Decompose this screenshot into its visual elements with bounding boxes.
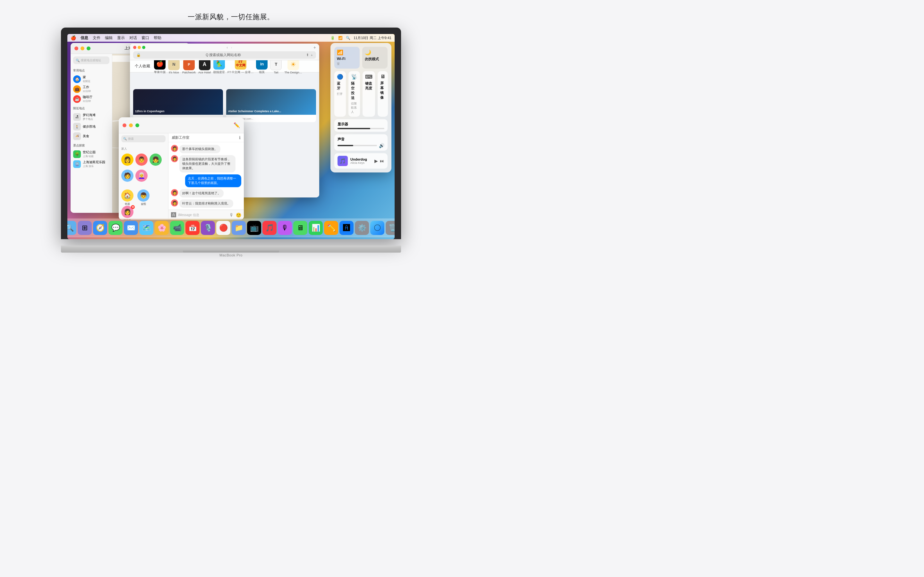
dock-pencil[interactable]: ✏️ xyxy=(324,221,338,235)
cc-now-playing[interactable]: 🎵 Underdog Alicia Keys ▶ ⏭ xyxy=(334,153,388,169)
minimize-button[interactable] xyxy=(81,47,84,50)
dock-syspref[interactable]: ⚙️ xyxy=(355,221,369,235)
menu-window[interactable]: 窗口 xyxy=(142,35,149,41)
dock-calendar[interactable]: 📅 xyxy=(186,221,200,235)
moon-icon: 🌙 xyxy=(365,49,385,55)
maps-favorite-cafe[interactable]: ☕ 咖啡厅 22分钟 xyxy=(73,94,110,104)
chat-emoji-icon[interactable]: 🙂 xyxy=(236,213,241,218)
dock: 🔍 ⊞ 🧭 💬 ✉️ 🗺️ 🌸 📹 📅 🎙️ 🔴 📁 📺 🎵 🎙 🖥 xyxy=(67,219,395,237)
contact-avatar-1[interactable]: 👩 xyxy=(121,153,134,166)
safari-share-icon[interactable]: ⬆ xyxy=(306,53,309,57)
dock-appstore[interactable]: 🅰 xyxy=(339,221,354,235)
dock-messages[interactable]: 💬 xyxy=(108,221,123,235)
dock-photos[interactable]: 🌸 xyxy=(155,221,169,235)
cc-ap-sub: 仅限联系人 xyxy=(351,102,357,114)
dock-files[interactable]: 📁 xyxy=(232,221,246,235)
menu-edit[interactable]: 编辑 xyxy=(105,35,113,41)
cc-display-slider[interactable]: 显示器 xyxy=(334,119,388,132)
safari-back[interactable]: ‹ xyxy=(227,46,228,49)
dock-trash[interactable]: 🗑️ xyxy=(386,221,395,235)
chat-audio-icon[interactable]: 🎙 xyxy=(229,213,234,218)
compose-icon[interactable]: ✏️ xyxy=(234,122,240,128)
dock-screens[interactable]: 🖥 xyxy=(293,221,307,235)
maps-recent-2[interactable]: 🚶 健步胜地 xyxy=(73,122,110,131)
bookmark-tait[interactable]: T Tait xyxy=(270,60,282,74)
bookmark-acehotel[interactable]: A Ace Hotel xyxy=(198,60,211,74)
menu-view[interactable]: 显示 xyxy=(117,35,125,41)
macbook-bezel: 🍎 信息 文件 编辑 显示 对话 窗口 帮助 🔋 📶 🔍 11月10日 周二 上… xyxy=(61,27,401,239)
dock-maps[interactable]: 🗺️ xyxy=(139,221,153,235)
maps-recent-1[interactable]: 🏖 梦幻海滩 梦个地点 xyxy=(73,112,110,122)
chat-input-field[interactable]: iMessage 信息 xyxy=(178,213,228,218)
keyboard-icon: ⌨ xyxy=(365,74,373,80)
menu-file[interactable]: 文件 xyxy=(93,35,100,41)
cc-sound-slider[interactable]: 声音 🔊 xyxy=(334,134,388,151)
dock-siri[interactable]: 〇 xyxy=(370,221,384,235)
menu-conversation[interactable]: 对话 xyxy=(129,35,137,41)
contact-item-qiyan[interactable]: 👩 ❤ 蕲岩青 xyxy=(121,206,134,220)
contact-item-jinhui[interactable]: 👦 金熙 xyxy=(137,189,150,206)
safari-minimize[interactable] xyxy=(137,46,141,49)
msg-close[interactable] xyxy=(123,123,126,127)
menu-messages[interactable]: 信息 xyxy=(81,35,88,41)
cc-dnd-tile[interactable]: 🌙 勿扰模式 xyxy=(362,47,388,69)
cc-wifi-tile[interactable]: 📶 Wi-Fi 室 xyxy=(334,47,360,69)
cc-bluetooth-tile[interactable]: 🔵 蓝牙 打开 xyxy=(334,71,346,117)
maps-favorite-home[interactable]: 🏠 家 在附近 xyxy=(73,74,110,84)
bookmark-linkedin[interactable]: in 领英 xyxy=(256,60,268,74)
bookmark-design-files[interactable]: ☀ The Design… xyxy=(284,60,302,74)
msg-minimize[interactable] xyxy=(129,123,133,127)
chat-info-icon[interactable]: ℹ xyxy=(239,135,241,140)
maps-explore-2[interactable]: 🎡 上海迪斯尼乐园 上海 游乐 xyxy=(73,159,110,169)
msg-maximize[interactable] xyxy=(136,123,139,127)
dock-music[interactable]: 🎵 xyxy=(262,221,276,235)
menubar-datetime: 11月10日 周二 上午9:41 xyxy=(354,35,391,40)
macbook-stand xyxy=(61,245,401,253)
dock-podcast[interactable]: 🎙️ xyxy=(201,221,215,235)
safari-forward[interactable]: › xyxy=(231,46,232,49)
close-button[interactable] xyxy=(74,47,78,50)
cc-keyboard-tile[interactable]: ⌨ 键盘亮度 xyxy=(363,71,375,117)
dock-launchpad[interactable]: ⊞ xyxy=(78,221,92,235)
cc-screen-tile[interactable]: 🖥 屏幕镜像 xyxy=(378,71,388,117)
menu-help[interactable]: 帮助 xyxy=(153,35,162,41)
dock-mail[interactable]: ✉️ xyxy=(124,221,138,235)
safari-url-text[interactable]: Q 搜索或输入网站名称 xyxy=(143,53,304,57)
macbook-screen: 🍎 信息 文件 编辑 显示 对话 窗口 帮助 🔋 📶 🔍 11月10日 周二 上… xyxy=(67,34,395,239)
bookmark-patchwork[interactable]: P Patchwork xyxy=(182,60,196,74)
chat-apps-icon[interactable]: 🅰 xyxy=(171,212,176,218)
cc-airplay-tile[interactable]: 📡 隔空投送 仅限联系人 xyxy=(349,71,360,117)
bookmark-itsnice[interactable]: N It's Nice xyxy=(168,60,180,74)
dock-safari[interactable]: 🧭 xyxy=(93,221,107,235)
dock-finder[interactable]: 🔍 xyxy=(67,221,76,235)
dock-reminders[interactable]: 🔴 xyxy=(216,221,230,235)
dock-numbers[interactable]: 📊 xyxy=(309,221,323,235)
maps-recent-3[interactable]: 🍜 美食 xyxy=(73,131,110,141)
cc-screen-label: 屏幕镜像 xyxy=(380,81,385,100)
contact-avatar-4[interactable]: 🧑 xyxy=(121,169,134,182)
wifi-icon: 📶 xyxy=(338,36,342,40)
safari-maximize[interactable] xyxy=(142,46,145,49)
search-icon[interactable]: 🔍 xyxy=(346,36,351,40)
apple-menu[interactable]: 🍎 xyxy=(71,35,76,40)
dock-facetime[interactable]: 📹 xyxy=(170,221,184,235)
maps-search-placeholder[interactable]: 搜索地点或地址 xyxy=(81,58,101,63)
dock-tv[interactable]: 📺 xyxy=(247,221,261,235)
contact-avatar-5[interactable]: 👩‍🦳 xyxy=(136,169,148,182)
maps-favorite-work[interactable]: 💼 工作 22分钟 xyxy=(73,84,110,94)
bookmark-apple[interactable]: 🍎 苹果中国 xyxy=(154,60,166,74)
dock-podcasts[interactable]: 🎙 xyxy=(278,221,292,235)
cc-play-icon[interactable]: ▶ xyxy=(375,158,378,163)
maps-explore-1[interactable]: 🌳 世纪公园 上海 钻嵌 xyxy=(73,149,110,159)
maximize-button[interactable] xyxy=(87,47,90,50)
safari-close[interactable] xyxy=(133,46,136,49)
cc-next-icon[interactable]: ⏭ xyxy=(380,158,384,163)
contact-avatar-3[interactable]: 👧 xyxy=(150,153,162,166)
contact-avatar-2[interactable]: 👨 xyxy=(136,153,148,166)
contact-item-neighbor[interactable]: 🏠 邻居 xyxy=(121,189,134,206)
safari-add-tab[interactable]: + xyxy=(311,53,313,57)
bookmark-ft[interactable]: FT中文网 FT 中文网 — 全球… xyxy=(228,60,254,74)
safari-new-tab[interactable]: + xyxy=(313,45,316,50)
bookmark-ft-bird[interactable]: 🦜 朗报度官 xyxy=(213,60,225,74)
cc-np-title: Underdog xyxy=(351,157,372,161)
